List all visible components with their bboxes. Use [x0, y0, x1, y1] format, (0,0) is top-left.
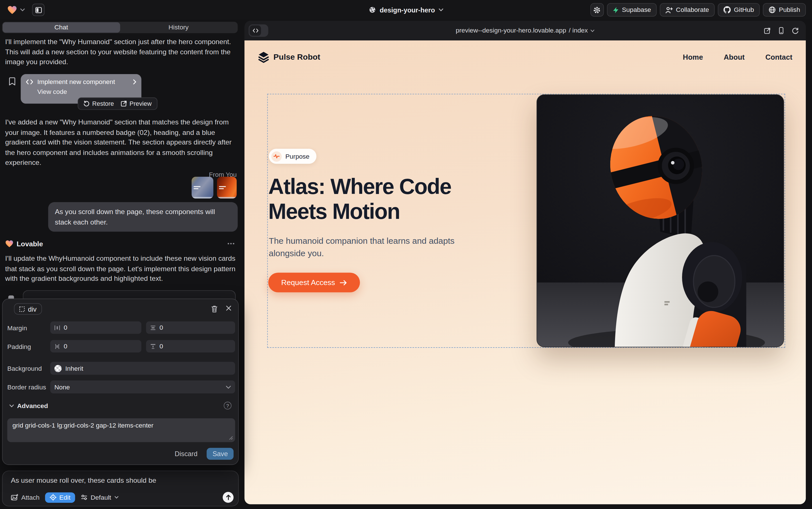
padding-y-input[interactable]: 0 — [146, 340, 235, 352]
publish-button[interactable]: Publish — [763, 3, 806, 17]
tab-history[interactable]: History — [120, 22, 237, 33]
classes-textarea[interactable]: grid grid-cols-1 lg:grid-cols-2 gap-12 i… — [7, 418, 235, 442]
preview-toolbar: preview--design-your-hero.lovable.app / … — [245, 21, 806, 40]
collaborate-label: Collaborate — [676, 6, 709, 13]
nav-contact[interactable]: Contact — [765, 53, 792, 61]
hero-heading: Atlas: Where Code Meets Motion — [268, 174, 451, 224]
url-chevron-icon — [590, 29, 595, 32]
preview-path: / index — [569, 27, 588, 34]
assistant-name: Lovable — [17, 240, 43, 247]
component-card-title: Implement new component — [37, 78, 115, 86]
github-icon — [724, 6, 731, 13]
project-name: design-your-hero — [380, 6, 435, 13]
chat-panel: Chat History I'll implement the "Why Hum… — [0, 20, 240, 509]
settings-button[interactable] — [590, 3, 604, 17]
edit-mode-button[interactable]: Edit — [45, 492, 75, 503]
site-brand-name: Pulse Robot — [273, 52, 320, 62]
preview-button[interactable]: Preview — [121, 100, 151, 107]
supabase-icon — [613, 6, 619, 13]
model-mode-selector[interactable]: Default — [81, 494, 118, 501]
padding-label: Padding — [7, 343, 31, 350]
selected-element-chip[interactable]: div — [14, 303, 41, 314]
refresh-icon[interactable] — [792, 27, 799, 34]
view-code-link[interactable]: View code — [37, 88, 136, 96]
bookmark-icon[interactable] — [9, 77, 15, 86]
mode-chevron-icon — [114, 496, 118, 499]
advanced-label: Advanced — [17, 402, 48, 409]
project-switcher[interactable]: design-your-hero — [369, 0, 443, 20]
dashed-box-icon — [19, 306, 25, 312]
element-tag: div — [28, 305, 36, 313]
element-inspector-panel: div Margin 0 0 Padding 0 — [2, 299, 239, 465]
padding-horizontal-icon — [54, 343, 60, 349]
version-hover-actions: Restore Preview — [78, 98, 157, 110]
margin-x-input[interactable]: 0 — [50, 321, 142, 334]
user-message-bubble: As you scroll down the page, these compo… — [48, 202, 237, 232]
background-input[interactable]: Inherit — [50, 362, 235, 375]
lovable-heart-icon — [5, 240, 13, 247]
restore-icon — [83, 101, 89, 107]
margin-label: Margin — [7, 324, 27, 332]
attachment-thumbnail-1[interactable] — [191, 177, 213, 199]
github-label: GitHub — [734, 6, 754, 13]
layers-icon — [258, 51, 269, 63]
advanced-chevron-icon — [9, 404, 14, 407]
site-brand[interactable]: Pulse Robot — [258, 51, 320, 63]
nav-home[interactable]: Home — [683, 53, 703, 61]
mobile-view-icon[interactable] — [779, 27, 783, 34]
request-access-button[interactable]: Request Access — [268, 273, 360, 293]
advanced-toggle[interactable]: Advanced — [9, 402, 48, 409]
attach-button[interactable]: Attach — [11, 494, 40, 501]
site-nav: Home About Contact — [683, 53, 792, 61]
edit-label: Edit — [59, 494, 70, 501]
lovable-logo-heart-icon[interactable] — [7, 5, 17, 14]
attach-label: Attach — [21, 494, 40, 501]
send-button[interactable] — [223, 492, 233, 503]
margin-y-value: 0 — [160, 324, 163, 331]
github-button[interactable]: GitHub — [718, 3, 760, 17]
code-icon — [26, 79, 33, 84]
site-header: Pulse Robot Home About Contact — [245, 40, 806, 73]
tab-chat[interactable]: Chat — [3, 22, 120, 33]
discard-button[interactable]: Discard — [172, 448, 200, 459]
supabase-label: Supabase — [622, 6, 651, 13]
margin-vertical-icon — [150, 325, 156, 330]
restore-button[interactable]: Restore — [83, 100, 114, 107]
nav-about[interactable]: About — [724, 53, 745, 61]
help-icon[interactable]: ? — [224, 402, 231, 409]
background-label: Background — [7, 365, 42, 372]
margin-horizontal-icon — [54, 325, 60, 330]
external-link-icon — [121, 101, 127, 107]
assistant-message-3: I'll update the WhyHumanoid component to… — [5, 253, 236, 284]
margin-x-value: 0 — [64, 324, 67, 331]
workspace-chevron-down-icon[interactable] — [20, 8, 25, 11]
delete-element-icon[interactable] — [211, 305, 218, 313]
border-radius-select[interactable]: None — [50, 380, 235, 393]
select-chevron-icon — [226, 385, 231, 388]
background-value: Inherit — [65, 365, 83, 372]
close-inspector-icon[interactable] — [226, 305, 231, 311]
transparency-swatch-icon — [54, 365, 62, 372]
open-in-new-tab-icon[interactable] — [764, 27, 771, 34]
gear-icon — [593, 6, 601, 13]
padding-x-input[interactable]: 0 — [50, 340, 142, 352]
lovable-editor: design-your-hero Supabase Colla — [0, 0, 812, 509]
attachment-thumbnail-2[interactable] — [217, 177, 237, 199]
robot-illustration — [537, 95, 784, 347]
padding-y-value: 0 — [160, 343, 163, 350]
preview-url-breadcrumb[interactable]: preview--design-your-hero.lovable.app / … — [245, 21, 806, 40]
save-button[interactable]: Save — [207, 448, 234, 460]
chat-input[interactable]: As user mouse roll over, these cards sho… — [11, 476, 230, 484]
hero-heading-line-1: Atlas: Where Code — [268, 174, 451, 199]
assistant-header: Lovable — [5, 239, 234, 248]
padding-x-value: 0 — [64, 343, 67, 350]
chevron-right-icon — [133, 79, 136, 84]
chat-composer[interactable]: As user mouse roll over, these cards sho… — [2, 471, 239, 506]
hero-robot-image — [537, 95, 784, 347]
supabase-button[interactable]: Supabase — [607, 3, 657, 17]
margin-y-input[interactable]: 0 — [146, 321, 235, 334]
message-menu-icon[interactable] — [227, 243, 235, 245]
sidebar-toggle-button[interactable] — [32, 4, 45, 16]
badge-label: Purpose — [285, 153, 309, 160]
collaborate-button[interactable]: Collaborate — [660, 3, 715, 17]
